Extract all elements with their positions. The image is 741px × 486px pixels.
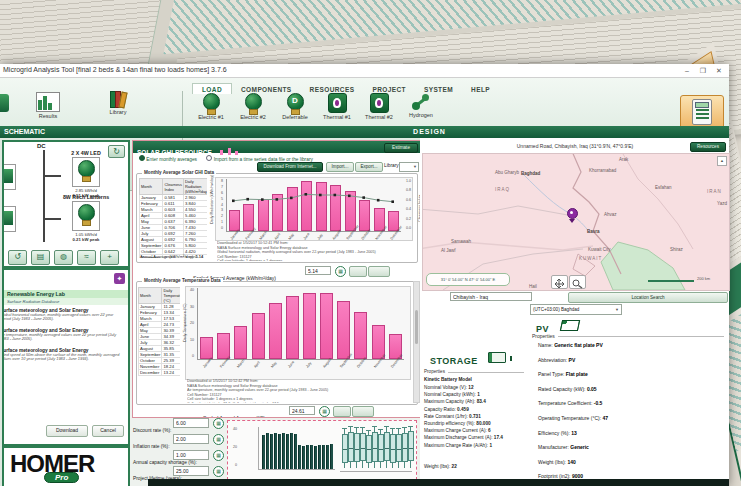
chevron-down-icon: ▼ [413,164,417,169]
resources-button[interactable]: Resources [690,142,726,152]
temperature-ylabel: Daily Temperature (°C) [183,303,187,342]
tab-help[interactable]: HELP [462,84,499,94]
estimate-button[interactable]: Estimate [384,143,418,153]
schematic-load-1[interactable]: 2 X 4W LED 2.85 kWh/d 0.91 kW peak [56,150,116,198]
x-axis-label: August [322,358,339,374]
footnote-line: Cell size latitude: 1 degrees x 1 degree… [217,259,415,261]
sensitivity-icon[interactable]: ▦ [213,450,224,461]
download-button[interactable]: Download [46,425,88,437]
radio-monthly[interactable]: Enter monthly averages [139,157,197,162]
scaled-solar-button-2[interactable] [368,266,390,277]
map-label-iraq: IRAQ [495,187,510,192]
minimize-button[interactable]: – [681,65,693,76]
axis-tick: 20 [188,321,194,325]
scaled-temp-button-1[interactable] [333,406,351,417]
temperature-group-title: Monthly Average Temperature Data [142,278,223,283]
import-button[interactable]: Import... [326,162,354,172]
mol-icon [411,93,431,111]
economics-input[interactable] [173,466,209,476]
library-button[interactable]: Library [108,92,128,115]
sensitivity-icon[interactable]: ▦ [213,418,224,429]
pan-tool-button[interactable] [551,275,568,289]
screenshot-stage: { "window": { "title": "Microgrid Analys… [0,0,741,486]
add-icon[interactable]: + [100,250,119,265]
chart-bar [354,312,367,359]
axis-tick: 7 [218,185,223,189]
scaled-temp-input[interactable] [289,406,315,415]
median-line [379,449,383,450]
solar-resource-panel: SOLAR GHI RESOURCE Estimate Enter monthl… [132,140,422,418]
toolbar-item-deferrable[interactable]: DDeferrable [278,93,312,120]
scaled-solar-button-1[interactable] [349,266,367,277]
toolbar-item-electric-1[interactable]: Electric #1 [194,93,228,120]
scrollbar-thumb[interactable] [415,310,418,344]
whisker-cap [378,429,383,430]
profile-bar [306,445,309,469]
location-search-input[interactable] [450,292,532,301]
x-axis-label: May [270,358,287,374]
chart-bar [337,301,350,359]
toolbar-item-thermal-2[interactable]: Thermal #2 [362,93,396,120]
table-header: Clearness Index [163,179,184,195]
schematic-header: SCHEMATIC [0,126,134,138]
partial-component-2[interactable] [2,206,16,232]
window-title: Microgrid Analysis Tool [final 2 beds & … [3,66,227,73]
dataset-entry[interactable]: Surface meteorology and Solar EnergyAir … [2,328,124,342]
solar-table-wrap[interactable]: MonthClearness IndexDaily Radiation (kWh… [139,178,207,258]
scaled-solar-input[interactable] [305,266,331,275]
footnote-line: Cell midpoint latitude: 31.5, Cell midpo… [187,402,411,403]
results-button[interactable]: Results [36,92,60,119]
sensitivity-icon[interactable]: ▦ [335,266,346,277]
export-button[interactable]: Export... [355,162,383,172]
economics-input[interactable] [173,434,209,444]
storage-model-line: Kinetic Battery Model [424,377,472,382]
partial-component-1[interactable] [2,164,16,190]
median-line [361,448,365,449]
zoom-tool-button[interactable] [569,275,586,289]
storage-property-row: Maximum Charge Rate (A/Ah): 1 [424,443,503,448]
battery-icon [488,349,512,367]
map-canvas[interactable]: ArakAbu GharybBaghdadKhorramabadIRAQEsfa… [422,153,730,291]
toolbar-item-hydrogen[interactable]: Hydrogen [404,93,438,118]
scaled-temp-button-2[interactable] [352,406,374,417]
map-scroll-up[interactable]: ▲ [717,156,727,166]
dataset-entry[interactable]: Surface meteorology and Solar EnergyGlob… [2,308,124,322]
dataset-icon[interactable]: ✦ [114,273,125,284]
globe-icon[interactable]: ◍ [54,250,73,265]
toolbar-item-thermal-1[interactable]: Thermal #1 [320,93,354,120]
dataset-entry-desc: Global horizontal radiance, monthly aver… [2,313,124,322]
clearness-index-line [226,179,400,231]
schematic-load-2[interactable]: 8W Rech Lanterns 1.05 kWh/d 0.21 kW peak [56,194,116,242]
median-line [349,448,353,449]
storage-property-row: Maximum Charge Current (A): 6 [424,428,503,433]
sensitivity-icon[interactable]: ▦ [213,434,224,445]
ribbon-tabs: LOADCOMPONENTSRESOURCESPROJECTSYSTEMHELP [192,78,499,91]
restore-button[interactable]: ❐ [697,65,709,76]
temperature-table-wrap[interactable]: MonthDaily Temperature (°C)January11.28F… [138,287,180,399]
refresh-icon[interactable]: ↺ [8,250,27,265]
cancel-button[interactable]: Cancel [92,425,124,437]
download-from-internet-button[interactable]: Download From Internet... [257,162,323,172]
profile-bar [286,434,289,469]
load-icon-box [72,157,100,187]
schematic-panel[interactable]: DC ↻ 2 X 4W LED 2.85 kWh/d 0.91 kW peak … [2,140,130,268]
close-button[interactable]: ✕ [713,65,725,76]
timezone-select[interactable]: (UTC+03:00) Baghdad ▼ [530,304,622,315]
library-combo[interactable]: ▼ [399,162,419,172]
toolbar-item-electric-2[interactable]: Electric #2 [236,93,270,120]
dataset-header[interactable]: Renewable Energy Lab [4,290,130,298]
sensitivity-icon[interactable]: ▦ [319,406,330,417]
profile-bar [290,433,293,469]
solar-panel-scrollbar[interactable] [413,281,420,403]
bottom-strip [148,479,729,486]
sensitivity-icon[interactable]: ▦ [213,466,224,477]
economics-input[interactable] [173,418,209,428]
home-icon[interactable] [0,94,11,116]
dataset-entry[interactable]: Surface meteorology and Solar EnergyWind… [2,348,124,362]
economics-input[interactable] [173,450,209,460]
whisker-cap [402,427,407,428]
axis-tick: 0 [231,463,237,467]
location-search-button[interactable]: Location Search [568,292,728,303]
grid-icon[interactable]: ▤ [31,250,50,265]
wave-icon[interactable]: ≈ [77,250,96,265]
